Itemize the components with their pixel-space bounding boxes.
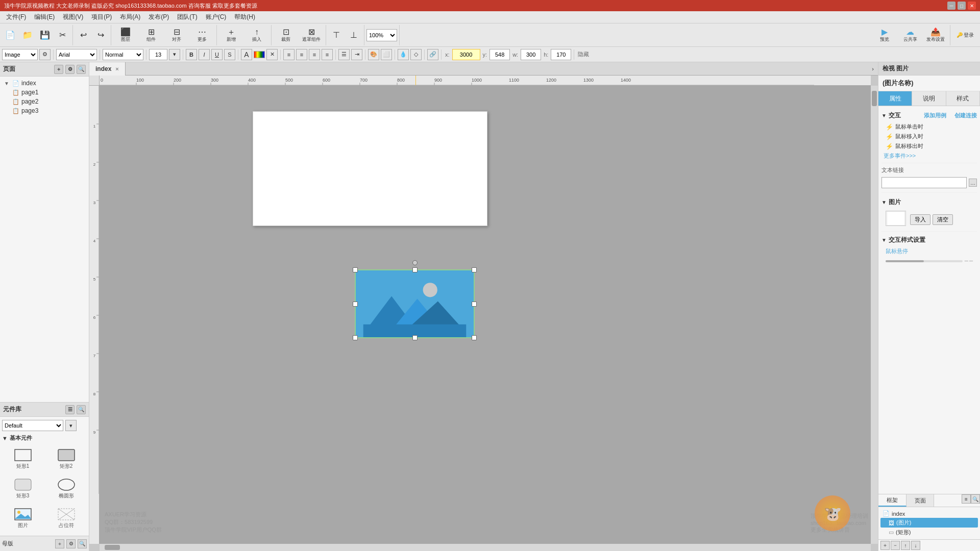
align-btn[interactable]: ⊟ 对齐 [164, 26, 189, 44]
indent-btn[interactable]: ⇥ [351, 49, 362, 60]
menu-team[interactable]: 团队(T) [173, 12, 201, 22]
right-down-btn[interactable]: ↓ [911, 541, 920, 550]
w-input[interactable] [521, 49, 541, 60]
font-size-down-btn[interactable]: ▾ [169, 49, 180, 60]
handle-tr[interactable] [472, 267, 477, 272]
comp-rect2[interactable]: 矩形2 [45, 445, 87, 472]
insert-comp-btn[interactable]: ↑ 插入 [244, 26, 269, 44]
bottom-tab-page[interactable]: 页面 [906, 494, 935, 507]
align-top-btn[interactable]: ⊤ [328, 26, 345, 44]
menu-edit[interactable]: 编辑(E) [30, 12, 59, 22]
add-event-link[interactable]: 添加用例 [924, 112, 946, 119]
zoom-select[interactable]: 100% 75% 50% 150% 200% [366, 29, 397, 41]
font-color-btn[interactable]: A [241, 49, 252, 60]
tab-description[interactable]: 说明 [912, 91, 946, 106]
canvas-tab-close[interactable]: × [115, 66, 118, 72]
add-page-btn[interactable]: ＋ [54, 65, 63, 74]
menu-publish[interactable]: 发布(P) [144, 12, 173, 22]
add-mother-btn[interactable]: ＋ [55, 539, 64, 548]
border-btn[interactable]: ⬜ [381, 49, 392, 60]
login-btn[interactable]: 🔑 登录 [952, 26, 978, 44]
shadow-btn[interactable]: 💧 [398, 49, 409, 60]
element-type-select[interactable]: Image [2, 49, 38, 60]
handle-bl[interactable] [353, 335, 358, 340]
italic-btn[interactable]: I [199, 49, 210, 60]
shape-btn[interactable]: ◇ [410, 49, 422, 60]
tab-properties[interactable]: 属性 [878, 91, 912, 106]
event-item-click[interactable]: ⚡ 鼠标单击时 [881, 122, 977, 132]
underline-btn[interactable]: U [211, 49, 223, 60]
create-link-btn[interactable]: 创建连接 [954, 112, 977, 119]
x-input[interactable] [452, 49, 480, 60]
cut-btn[interactable]: ✂ [54, 26, 70, 44]
color-fill-btn[interactable]: 🎨 [368, 49, 379, 60]
font-color-picker[interactable] [254, 51, 265, 58]
menu-file[interactable]: 文件(F) [2, 12, 30, 22]
event-item-mouseover[interactable]: ⚡ 鼠标移入时 [881, 132, 977, 141]
mother-menu-btn[interactable]: ⚙ [66, 539, 76, 548]
list-btn[interactable]: ☰ [338, 49, 350, 60]
import-btn[interactable]: 导入 [910, 214, 930, 225]
right-filter-btn[interactable]: ≡ [962, 494, 971, 504]
scrollbar-vertical[interactable] [871, 86, 878, 544]
comp-placeholder[interactable]: 占位符 [45, 504, 87, 532]
menu-view[interactable]: 视图(V) [59, 12, 87, 22]
font-size-input[interactable] [149, 49, 167, 60]
text-link-pick-btn[interactable]: … [969, 179, 977, 187]
align-center-btn[interactable]: ≡ [296, 49, 307, 60]
canvas-tabs-scroll-right[interactable]: › [868, 62, 878, 76]
canvas-content[interactable]: AXUER学习资源 QQ群：583192599 顶牛学院VIP用户QQ群 顶牛学… [100, 86, 871, 544]
search-page-btn[interactable]: 🔍 [77, 65, 86, 74]
handle-ml[interactable] [353, 302, 358, 307]
menu-account[interactable]: 账户(C) [202, 12, 231, 22]
maximize-btn[interactable]: □ [958, 2, 966, 10]
event-item-mouseout[interactable]: ⚡ 鼠标移出时 [881, 141, 977, 151]
right-delete-btn[interactable]: － [891, 541, 900, 550]
mask-btn[interactable]: ⊠ 遮罩组件 [299, 26, 324, 44]
style-select[interactable]: Normal [103, 49, 143, 60]
new-btn[interactable]: 📄 [2, 26, 18, 44]
mother-search-btn[interactable]: 🔍 [78, 539, 87, 548]
tab-style[interactable]: 样式 [946, 91, 980, 106]
open-btn[interactable]: 📁 [19, 26, 36, 44]
font-select[interactable]: Arial [56, 49, 97, 60]
save-btn[interactable]: 💾 [37, 26, 53, 44]
style-hover-link[interactable]: 鼠标悬停 [886, 248, 908, 254]
tb2-settings-btn[interactable]: ⚙ [39, 49, 51, 60]
comp-menu-btn[interactable]: ☰ [65, 405, 75, 414]
more-btn[interactable]: ⋯ 更多 [190, 26, 214, 44]
interaction-section-header[interactable]: ▼ 交互 添加用例 创建连接 [881, 109, 977, 122]
right-tree-root[interactable]: 📄 index [880, 509, 978, 518]
right-up-btn[interactable]: ↑ [901, 541, 910, 550]
comp-rect3[interactable]: 矩形3 [2, 474, 43, 502]
canvas-tab-index[interactable]: index × [89, 62, 126, 76]
comp-search-btn[interactable]: 🔍 [77, 405, 86, 414]
comp-ellipse[interactable]: 椭圆形 [45, 474, 87, 502]
comp-filter-btn[interactable]: ▾ [65, 420, 77, 431]
link-btn[interactable]: 🔗 [427, 49, 438, 60]
more-events-link[interactable]: 更多事件>>> [884, 153, 916, 159]
align-left-btn[interactable]: ≡ [283, 49, 295, 60]
clear-btn[interactable]: 清空 [933, 214, 953, 225]
comp-rect1[interactable]: 矩形1 [2, 445, 43, 472]
tree-item-page3[interactable]: 📋 page3 [2, 106, 87, 115]
crop-btn[interactable]: ⊡ 裁剪 [274, 26, 298, 44]
handle-tm[interactable] [412, 267, 418, 272]
handle-rotate[interactable] [412, 260, 418, 265]
layer-btn[interactable]: ⬛ 图层 [113, 26, 138, 44]
align-right-btn[interactable]: ≡ [309, 49, 320, 60]
align-justify-btn[interactable]: ≡ [322, 49, 333, 60]
page-menu-btn[interactable]: ⚙ [65, 65, 75, 74]
image-section-header[interactable]: ▼ 图片 [881, 196, 977, 209]
handle-mr[interactable] [472, 302, 477, 307]
minimize-btn[interactable]: ─ [947, 2, 955, 10]
preview-btn[interactable]: ▶ 预览 [872, 26, 897, 44]
clear-format-btn[interactable]: ✕ [266, 49, 278, 60]
bottom-tab-frame[interactable]: 框架 [878, 494, 906, 507]
insert-page-btn[interactable]: ＋ 新增 [219, 26, 243, 44]
strikethrough-btn[interactable]: S [224, 49, 235, 60]
scrollbar-v-thumb[interactable] [872, 91, 877, 106]
undo-btn[interactable]: ↩ [75, 26, 91, 44]
comp-filter-select[interactable]: Default [2, 420, 63, 431]
right-add-btn[interactable]: ＋ [880, 541, 890, 550]
